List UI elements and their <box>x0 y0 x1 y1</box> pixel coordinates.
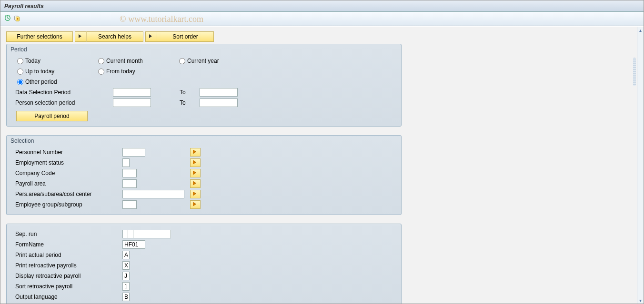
radio-from-today-label: From today <box>106 68 135 75</box>
watermark-text: © www.tutorialkart.com <box>120 14 203 24</box>
arrow-right-icon <box>193 150 198 155</box>
formname-row: FormName <box>7 239 401 250</box>
disp-retro-row: Display retroactive payroll <box>7 271 401 281</box>
selection-input[interactable] <box>122 190 184 198</box>
print-actual-label: Print actual period <box>15 252 122 258</box>
arrow-right-icon <box>193 160 198 165</box>
selection-input[interactable] <box>122 148 145 157</box>
radio-other-period-label: Other period <box>25 78 57 85</box>
out-lang-label: Output language <box>15 294 122 300</box>
to-label: To <box>180 89 200 96</box>
data-sel-period-to-input[interactable] <box>200 88 238 97</box>
sort-order-button[interactable]: Sort order <box>157 31 214 42</box>
title-bar: Payroll results <box>0 0 644 12</box>
options-group: Sep. run FormName Print actual period Pr… <box>6 224 402 304</box>
radio-current-month[interactable]: Current month <box>98 58 179 64</box>
sort-order-label: Sort order <box>172 33 198 40</box>
selection-input[interactable] <box>122 158 130 167</box>
person-sel-period-to-input[interactable] <box>200 98 238 107</box>
disp-retro-label: Display retroactive payroll <box>15 273 122 279</box>
scroll-up-icon[interactable]: ▴ <box>638 28 643 32</box>
vertical-scrollbar[interactable]: ▴ ▾ <box>637 27 644 304</box>
selection-row: Employee group/subgroup <box>7 199 401 210</box>
sep-run-input-c[interactable] <box>133 230 171 238</box>
radio-other-period[interactable]: Other period <box>17 78 98 85</box>
arrow-right-icon <box>149 34 154 39</box>
payroll-period-button[interactable]: Payroll period <box>16 111 88 121</box>
data-sel-period-row: Data Selection Period To <box>7 87 401 98</box>
print-actual-row: Print actual period <box>7 250 401 260</box>
selection-row: Pers.area/subarea/cost center <box>7 189 401 199</box>
radio-up-to-today[interactable]: Up to today <box>17 68 98 75</box>
payroll-period-label: Payroll period <box>34 113 69 119</box>
selection-label: Employment status <box>15 159 122 166</box>
top-button-row: Further selections Search helps Sort ord… <box>6 31 631 42</box>
arrow-right-icon <box>193 171 198 176</box>
radio-from-today[interactable]: From today <box>98 68 179 75</box>
execute-icon[interactable] <box>4 15 11 23</box>
get-variant-icon[interactable] <box>14 15 20 23</box>
multiple-selection-button[interactable] <box>190 200 201 209</box>
data-sel-period-label: Data Selection Period <box>15 89 113 96</box>
content-area: Further selections Search helps Sort ord… <box>0 27 637 304</box>
sep-run-label: Sep. run <box>15 231 122 237</box>
person-sel-period-row: Person selection period To <box>7 98 401 108</box>
multiple-selection-button[interactable] <box>190 148 201 157</box>
arrow-right-icon <box>193 202 198 207</box>
app-toolbar: © www.tutorialkart.com <box>0 12 644 26</box>
selection-row: Employment status <box>7 157 401 168</box>
selection-label: Pers.area/subarea/cost center <box>15 191 122 197</box>
search-helps-arrow-icon[interactable] <box>75 31 86 42</box>
selection-label: Company Code <box>15 170 122 177</box>
period-radio-row-1: Today Current month Current year <box>7 56 401 66</box>
further-selections-label: Further selections <box>17 33 62 40</box>
person-sel-period-from-input[interactable] <box>113 98 151 107</box>
radio-current-year[interactable]: Current year <box>179 58 260 64</box>
radio-today[interactable]: Today <box>17 58 98 64</box>
multiple-selection-button[interactable] <box>190 179 201 188</box>
selection-group: Selection Personnel NumberEmployment sta… <box>6 135 402 215</box>
data-sel-period-from-input[interactable] <box>113 88 151 97</box>
page-title: Payroll results <box>4 3 44 10</box>
print-actual-input[interactable] <box>122 251 130 259</box>
sep-run-row: Sep. run <box>7 229 401 239</box>
search-helps-label: Search helps <box>98 33 131 40</box>
arrow-right-icon <box>79 34 83 39</box>
period-group: Period Today Current month Current year … <box>6 44 402 127</box>
further-selections-button[interactable]: Further selections <box>6 31 73 42</box>
multiple-selection-button[interactable] <box>190 190 201 198</box>
sort-retro-row: Sort retroactive payroll <box>7 281 401 292</box>
period-title: Period <box>7 45 401 56</box>
sort-retro-input[interactable] <box>122 282 130 291</box>
to-label-2: To <box>180 99 200 106</box>
selection-label: Employee group/subgroup <box>15 201 122 208</box>
radio-current-month-label: Current month <box>106 58 143 64</box>
disp-retro-input[interactable] <box>122 272 130 280</box>
app-window: Payroll results © www.tutorialkart.com F… <box>0 0 644 304</box>
formname-label: FormName <box>15 241 122 248</box>
selection-label: Personnel Number <box>15 149 122 156</box>
search-helps-button[interactable]: Search helps <box>86 31 143 42</box>
selection-title: Selection <box>7 137 401 147</box>
selection-row: Personnel Number <box>7 147 401 157</box>
scroll-grip-icon <box>633 58 636 86</box>
multiple-selection-button[interactable] <box>190 169 201 177</box>
multiple-selection-button[interactable] <box>190 158 201 167</box>
out-lang-row: Output language <box>7 292 401 302</box>
print-retro-input[interactable] <box>122 261 130 270</box>
formname-input[interactable] <box>122 240 145 249</box>
scroll-down-icon[interactable]: ▾ <box>638 298 643 303</box>
arrow-right-icon <box>193 181 198 186</box>
radio-current-year-label: Current year <box>187 58 219 64</box>
person-sel-period-label: Person selection period <box>15 99 113 106</box>
selection-input[interactable] <box>122 169 137 177</box>
selection-row: Payroll area <box>7 178 401 189</box>
selection-input[interactable] <box>122 179 137 188</box>
print-retro-row: Print retroactive payrolls <box>7 260 401 271</box>
period-radio-row-2: Up to today From today <box>7 66 401 77</box>
selection-input[interactable] <box>122 200 137 209</box>
out-lang-input[interactable] <box>122 293 130 301</box>
print-retro-label: Print retroactive payrolls <box>15 262 122 269</box>
sort-order-arrow-icon[interactable] <box>145 31 157 42</box>
radio-up-to-today-label: Up to today <box>25 68 54 75</box>
